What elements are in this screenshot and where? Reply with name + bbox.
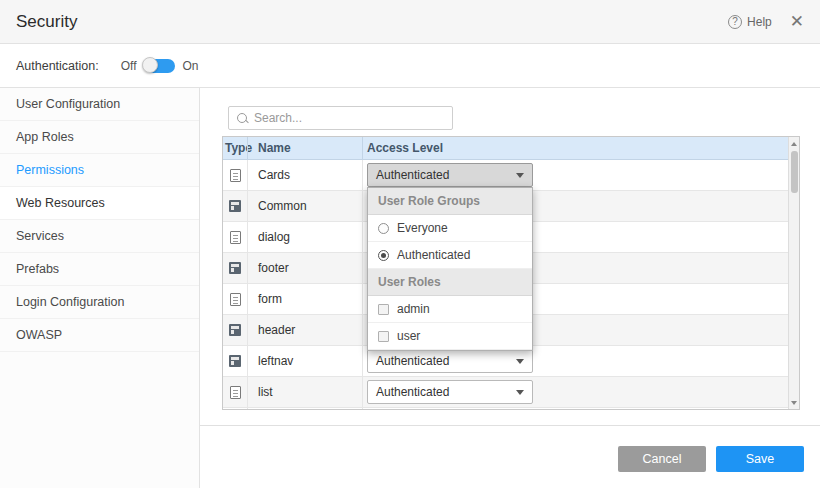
checkbox-icon xyxy=(378,304,389,315)
footer-bar: Cancel Save xyxy=(200,425,820,488)
scroll-up-arrow[interactable] xyxy=(789,138,799,149)
dropdown-option-everyone[interactable]: Everyone xyxy=(368,215,532,242)
scrollbar-thumb[interactable] xyxy=(791,151,798,193)
dropdown-option-user[interactable]: user xyxy=(368,323,532,350)
sidebar: User Configuration App Roles Permissions… xyxy=(0,88,200,488)
name-cell: footer xyxy=(247,253,363,283)
resource-name: Common xyxy=(258,199,307,213)
chevron-down-icon xyxy=(516,390,524,395)
sidebar-item-prefabs[interactable]: Prefabs xyxy=(0,253,199,286)
resource-name: dialog xyxy=(258,230,290,244)
option-label: Authenticated xyxy=(397,248,470,262)
dropdown-option-admin[interactable]: admin xyxy=(368,296,532,323)
access-cell: Authenticated xyxy=(363,349,799,373)
resource-name: footer xyxy=(258,261,289,275)
main-content: Type Name Access Level Cards Authenticat… xyxy=(200,88,820,488)
dropdown-group-header: User Role Groups xyxy=(368,188,532,215)
titlebar-actions: ? Help ✕ xyxy=(728,13,804,30)
search-icon xyxy=(237,113,247,123)
name-cell: Cards xyxy=(247,160,363,190)
close-icon[interactable]: ✕ xyxy=(790,13,804,30)
cancel-button[interactable]: Cancel xyxy=(618,446,706,472)
page-icon xyxy=(230,231,241,244)
resource-name: list xyxy=(258,385,273,399)
sidebar-item-user-configuration[interactable]: User Configuration xyxy=(0,88,199,121)
page-icon xyxy=(230,293,241,306)
authentication-toggle[interactable] xyxy=(145,59,175,73)
search-input[interactable] xyxy=(254,111,444,125)
triangle-up-icon xyxy=(791,142,797,146)
access-cell: Authenticated xyxy=(363,380,799,404)
column-header-name: Name xyxy=(247,137,363,159)
sidebar-item-web-resources[interactable]: Web Resources xyxy=(0,187,199,220)
chevron-down-icon xyxy=(516,173,524,178)
help-label: Help xyxy=(747,15,772,29)
question-icon: ? xyxy=(728,15,742,29)
name-cell: list xyxy=(247,377,363,407)
dropdown-roles-header: User Roles xyxy=(368,269,532,296)
partial-icon xyxy=(229,324,241,336)
table-header-row: Type Name Access Level xyxy=(223,137,799,160)
name-cell: leftnav xyxy=(247,346,363,376)
dropdown-option-authenticated[interactable]: Authenticated xyxy=(368,242,532,269)
name-cell xyxy=(247,408,363,410)
type-cell xyxy=(223,386,247,399)
access-level-dropdown-panel: User Role Groups Everyone Authenticated … xyxy=(367,187,533,351)
authentication-label: Authentication: xyxy=(16,59,99,73)
chevron-down-icon xyxy=(516,359,524,364)
page-title: Security xyxy=(16,12,77,32)
option-label: admin xyxy=(397,302,430,316)
scroll-down-arrow[interactable] xyxy=(789,397,799,408)
toggle-off-label: Off xyxy=(121,59,137,73)
access-level-select[interactable]: Authenticated xyxy=(367,349,533,373)
access-level-select[interactable]: Authenticated xyxy=(367,380,533,404)
toggle-knob xyxy=(142,57,158,73)
save-button[interactable]: Save xyxy=(716,446,804,472)
sidebar-item-permissions[interactable]: Permissions xyxy=(0,154,199,187)
type-cell xyxy=(223,324,247,336)
access-level-select[interactable]: Authenticated xyxy=(367,163,533,187)
table-row[interactable]: list Authenticated xyxy=(223,377,799,408)
option-label: Everyone xyxy=(397,221,448,235)
page-icon xyxy=(230,386,241,399)
option-label: user xyxy=(397,329,420,343)
select-value: Authenticated xyxy=(376,168,449,182)
partial-icon xyxy=(229,200,241,212)
type-cell xyxy=(223,200,247,212)
select-value: Authenticated xyxy=(376,354,449,368)
table-row[interactable] xyxy=(223,408,799,410)
security-dialog: Security ? Help ✕ Authentication: Off On… xyxy=(0,0,820,488)
type-cell xyxy=(223,231,247,244)
vertical-scrollbar[interactable] xyxy=(788,137,799,409)
name-cell: form xyxy=(247,284,363,314)
triangle-down-icon xyxy=(791,401,797,405)
radio-icon xyxy=(378,223,389,234)
radio-checked-icon xyxy=(378,250,389,261)
authentication-bar: Authentication: Off On xyxy=(0,44,820,88)
column-header-type: Type xyxy=(223,141,247,155)
sidebar-item-services[interactable]: Services xyxy=(0,220,199,253)
type-cell xyxy=(223,262,247,274)
sidebar-item-login-configuration[interactable]: Login Configuration xyxy=(0,286,199,319)
resource-name: header xyxy=(258,323,295,337)
name-cell: dialog xyxy=(247,222,363,252)
type-cell xyxy=(223,293,247,306)
access-cell: Authenticated xyxy=(363,163,799,187)
sidebar-item-app-roles[interactable]: App Roles xyxy=(0,121,199,154)
page-icon xyxy=(230,169,241,182)
search-box[interactable] xyxy=(228,106,453,130)
select-value: Authenticated xyxy=(376,385,449,399)
resource-name: form xyxy=(258,292,282,306)
toggle-on-label: On xyxy=(183,59,199,73)
sidebar-item-owasp[interactable]: OWASP xyxy=(0,319,199,352)
help-button[interactable]: ? Help xyxy=(728,15,772,29)
partial-icon xyxy=(229,262,241,274)
checkbox-icon xyxy=(378,331,389,342)
footer-buttons: Cancel Save xyxy=(618,446,804,472)
resource-name: leftnav xyxy=(258,354,293,368)
name-cell: Common xyxy=(247,191,363,221)
type-cell xyxy=(223,169,247,182)
resources-table: Type Name Access Level Cards Authenticat… xyxy=(222,136,800,410)
type-cell xyxy=(223,355,247,367)
partial-icon xyxy=(229,355,241,367)
